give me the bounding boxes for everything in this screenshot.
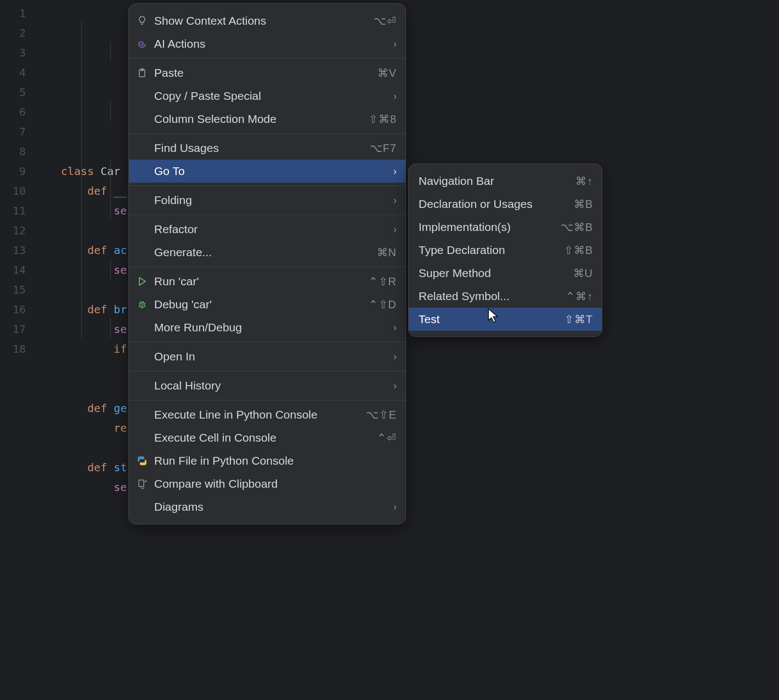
submenu-item-label: Navigation Bar [419, 174, 575, 188]
line-number: 14 [0, 260, 41, 280]
line-number: 7 [0, 122, 41, 142]
menu-separator [129, 185, 405, 186]
spiral-icon [137, 38, 154, 49]
menu-separator [129, 267, 405, 267]
line-number: 1 [0, 3, 41, 23]
menu-item-generate[interactable]: Generate...⌘N [129, 241, 405, 264]
line-number: 3 [0, 43, 41, 63]
menu-item-execute-cell-in-console[interactable]: Execute Cell in Console⌃⏎ [129, 426, 405, 449]
svg-line-8 [144, 306, 146, 307]
svg-line-10 [143, 301, 144, 302]
menu-item-execute-line-in-python-console[interactable]: Execute Line in Python Console⌥⇧E [129, 403, 405, 426]
chevron-right-icon: › [393, 91, 397, 102]
line-number: 18 [0, 339, 41, 359]
menu-item-label: Copy / Paste Special [154, 89, 389, 103]
submenu-item-label: Implementation(s) [419, 221, 561, 234]
menu-item-run-file-in-python-console[interactable]: Run File in Python Console [129, 449, 405, 472]
menu-item-show-context-actions[interactable]: Show Context Actions⌥⏎ [129, 9, 405, 32]
submenu-item-label: Super Method [419, 267, 573, 280]
submenu-item-test[interactable]: Test⇧⌘T [409, 308, 602, 331]
menu-item-shortcut: ⌥F7 [370, 142, 397, 155]
line-number: 11 [0, 201, 41, 221]
submenu-item-related-symbol[interactable]: Related Symbol...⌃⌘↑ [409, 285, 602, 308]
chevron-right-icon: › [393, 195, 397, 206]
menu-item-shortcut: ⌃⏎ [377, 431, 397, 444]
submenu-item-label: Type Declaration [419, 244, 564, 257]
menu-item-label: Generate... [154, 246, 377, 259]
menu-item-copy-paste-special[interactable]: Copy / Paste Special› [129, 84, 405, 108]
menu-separator [129, 400, 405, 400]
menu-item-shortcut: ⌥⇧E [366, 408, 397, 421]
menu-item-local-history[interactable]: Local History› [129, 374, 405, 397]
submenu-item-shortcut: ⌃⌘↑ [566, 290, 593, 303]
indent-guide [110, 160, 111, 219]
menu-item-shortcut: ⌘V [377, 66, 397, 80]
menu-item-refactor[interactable]: Refactor› [129, 218, 405, 241]
line-number-gutter: 123456789101112131415161718 [0, 0, 41, 700]
menu-item-column-selection-mode[interactable]: Column Selection Mode⇧⌘8 [129, 108, 405, 131]
menu-item-more-run-debug[interactable]: More Run/Debug› [129, 316, 405, 339]
svg-line-6 [144, 303, 146, 304]
chevron-right-icon: › [393, 380, 397, 392]
submenu-item-navigation-bar[interactable]: Navigation Bar⌘↑ [409, 170, 602, 193]
indent-guide [110, 101, 111, 121]
menu-item-debug-car[interactable]: Debug 'car'⌃⇧D [129, 293, 405, 316]
svg-rect-11 [139, 480, 144, 487]
submenu-item-shortcut: ⇧⌘T [565, 313, 593, 326]
chevron-right-icon: › [393, 322, 397, 334]
menu-item-run-car[interactable]: Run 'car'⌃⇧R [129, 270, 405, 293]
chevron-right-icon: › [393, 224, 397, 235]
line-number: 10 [0, 181, 41, 201]
line-number: 12 [0, 221, 41, 240]
svg-line-5 [139, 303, 140, 304]
menu-item-label: Execute Cell in Console [154, 431, 377, 444]
menu-item-shortcut: ⇧⌘8 [369, 112, 397, 126]
menu-item-shortcut: ⌃⇧D [369, 298, 397, 311]
menu-item-open-in[interactable]: Open In› [129, 345, 405, 368]
chevron-right-icon: › [393, 501, 397, 513]
menu-item-label: Folding [154, 194, 389, 207]
submenu-item-shortcut: ⌘U [573, 267, 593, 280]
submenu-item-declaration-or-usages[interactable]: Declaration or Usages⌘B [409, 193, 602, 216]
menu-item-find-usages[interactable]: Find Usages⌥F7 [129, 137, 405, 160]
line-number: 13 [0, 240, 41, 260]
menu-item-ai-actions[interactable]: AI Actions› [129, 32, 405, 55]
indent-guide [110, 42, 111, 61]
menu-item-label: Run File in Python Console [154, 454, 397, 467]
menu-item-label: Debug 'car' [154, 298, 369, 311]
line-number: 6 [0, 102, 41, 122]
python-icon [137, 455, 154, 466]
svg-line-7 [139, 306, 140, 307]
submenu-item-shortcut: ⇧⌘B [564, 244, 593, 257]
editor-context-menu[interactable]: Show Context Actions⌥⏎AI Actions›Paste⌘V… [128, 3, 406, 524]
submenu-item-implementation-s[interactable]: Implementation(s)⌥⌘B [409, 216, 602, 239]
goto-submenu[interactable]: Navigation Bar⌘↑Declaration or Usages⌘BI… [408, 163, 602, 337]
svg-line-9 [140, 301, 142, 302]
menu-item-label: Refactor [154, 223, 389, 236]
menu-item-go-to[interactable]: Go To› [129, 160, 405, 183]
menu-item-label: Compare with Clipboard [154, 477, 397, 490]
submenu-item-type-declaration[interactable]: Type Declaration⇧⌘B [409, 239, 602, 262]
menu-item-compare-with-clipboard[interactable]: Compare with Clipboard [129, 472, 405, 495]
menu-item-diagrams[interactable]: Diagrams› [129, 495, 405, 518]
menu-separator [129, 342, 405, 342]
menu-item-label: Run 'car' [154, 275, 369, 288]
menu-item-label: Go To [154, 165, 389, 178]
submenu-item-label: Test [419, 313, 565, 326]
menu-separator [129, 58, 405, 59]
menu-item-label: Local History [154, 379, 389, 392]
menu-item-shortcut: ⌃⇧R [369, 275, 397, 288]
menu-item-folding[interactable]: Folding› [129, 189, 405, 212]
bulb-icon [137, 15, 154, 26]
menu-separator [129, 214, 405, 215]
menu-item-paste[interactable]: Paste⌘V [129, 61, 405, 84]
indent-guide [110, 259, 111, 279]
line-number: 16 [0, 300, 41, 319]
line-number: 17 [0, 319, 41, 339]
submenu-item-super-method[interactable]: Super Method⌘U [409, 262, 602, 285]
submenu-item-label: Related Symbol... [419, 290, 566, 303]
menu-item-label: Show Context Actions [154, 14, 374, 27]
debug-icon [137, 299, 154, 310]
submenu-item-label: Declaration or Usages [419, 197, 574, 211]
line-number: 4 [0, 63, 41, 82]
